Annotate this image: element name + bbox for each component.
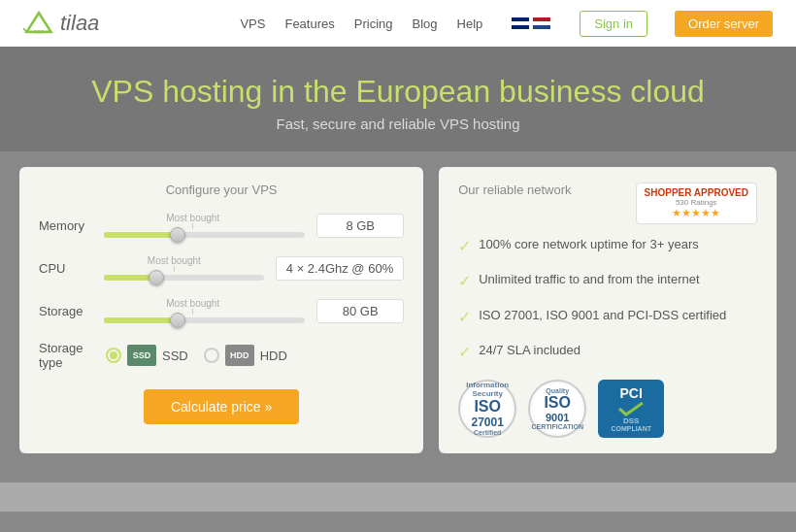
feature-uptime-text: 100% core network uptime for 3+ years	[479, 236, 699, 253]
storage-most-bought: Most bought	[164, 298, 221, 315]
feature-uptime: ✓ 100% core network uptime for 3+ years	[458, 236, 757, 257]
cpu-slider-thumb[interactable]	[149, 270, 164, 285]
memory-slider-wrap: Most bought	[104, 213, 305, 238]
ssd-radio[interactable]	[106, 348, 121, 363]
feature-sla-text: 24/7 SLA included	[479, 342, 580, 359]
iso27001-cert: Information Security ISO 27001 Certified	[458, 380, 516, 438]
storage-row: Storage Most bought 80 GB	[39, 298, 404, 323]
config-panel-title: Configure your VPS	[39, 183, 404, 197]
memory-value: 8 GB	[316, 214, 404, 238]
feature-traffic: ✓ Unlimited traffic to and from the inte…	[458, 271, 757, 292]
network-panel: Our reliable network SHOPPER APPROVED 53…	[439, 167, 777, 453]
wave-bottom	[0, 482, 796, 512]
memory-slider-thumb[interactable]	[170, 227, 185, 243]
hdd-option[interactable]: HDD HDD	[204, 345, 287, 366]
ssd-option[interactable]: SSD SSD	[106, 345, 188, 366]
nav-vps[interactable]: VPS	[240, 17, 265, 31]
nav-help[interactable]: Help	[457, 17, 483, 31]
iso9001-cert: Quality ISO 9001 CERTIFICATION	[528, 380, 586, 438]
nav-features[interactable]: Features	[284, 17, 334, 31]
cpu-slider-track[interactable]	[104, 275, 264, 281]
language-flags[interactable]	[512, 17, 550, 29]
check-icon-4: ✓	[458, 342, 471, 363]
hdd-icon: HDD	[225, 345, 254, 366]
main-content: Configure your VPS Memory Most bought 8 …	[0, 151, 796, 482]
cpu-slider-wrap: Most bought	[104, 255, 264, 281]
flag-nl-icon[interactable]	[533, 17, 550, 29]
storage-slider-track[interactable]	[104, 317, 305, 323]
feature-sla: ✓ 24/7 SLA included	[458, 342, 757, 363]
shopper-approved-badge: SHOPPER APPROVED 530 Ratings ★★★★★	[636, 183, 757, 224]
hero-section: VPS hosting in the European business clo…	[0, 47, 796, 151]
memory-label: Memory	[39, 218, 92, 233]
logo-text: tilaa	[60, 11, 99, 36]
ssd-label: SSD	[162, 349, 188, 363]
pci-checkmark-icon	[616, 401, 646, 416]
storage-label: Storage	[39, 304, 92, 318]
pci-dss-cert: PCI DSS COMPLIANT	[598, 380, 664, 438]
cpu-value: 4 × 2.4Ghz @ 60%	[276, 256, 404, 281]
calculate-price-button[interactable]: Calculate price »	[144, 389, 299, 424]
hero-headline: VPS hosting in the European business clo…	[19, 74, 777, 110]
logo[interactable]: tilaa	[23, 8, 240, 39]
memory-slider-fill	[104, 232, 175, 238]
feature-iso-text: ISO 27001, ISO 9001 and PCI-DSS certifie…	[479, 307, 726, 324]
feature-iso: ✓ ISO 27001, ISO 9001 and PCI-DSS certif…	[458, 307, 757, 328]
cpu-slider-fill	[104, 275, 151, 281]
storage-slider-wrap: Most bought	[104, 298, 305, 323]
cpu-label: CPU	[39, 261, 92, 276]
cpu-row: CPU Most bought 4 × 2.4Ghz @ 60%	[39, 255, 404, 281]
ssd-icon: SSD	[127, 345, 156, 366]
nav-links: VPS Features Pricing Blog Help Sign in O…	[240, 11, 773, 37]
check-icon-2: ✓	[458, 271, 471, 292]
iso27-number: ISO	[474, 398, 501, 416]
feature-traffic-text: Unlimited traffic to and from the intern…	[479, 271, 699, 288]
storage-type-label: Storage	[39, 341, 92, 355]
check-icon-1: ✓	[458, 236, 471, 257]
hdd-radio[interactable]	[204, 348, 219, 363]
storage-slider-thumb[interactable]	[170, 313, 185, 328]
cert-logos: Information Security ISO 27001 Certified…	[458, 380, 757, 438]
order-server-button[interactable]: Order server	[675, 11, 773, 37]
signin-button[interactable]: Sign in	[580, 11, 647, 37]
nav-pricing[interactable]: Pricing	[354, 17, 393, 31]
memory-most-bought: Most bought	[164, 213, 221, 229]
hdd-label: HDD	[260, 349, 287, 363]
badge-approved-text: SHOPPER APPROVED	[645, 187, 748, 198]
hero-subline: Fast, secure and reliable VPS hosting	[19, 116, 777, 132]
network-panel-title: Our reliable network	[458, 183, 571, 197]
storage-options: SSD SSD HDD HDD	[106, 345, 287, 366]
logo-icon	[23, 8, 54, 39]
memory-row: Memory Most bought 8 GB	[39, 213, 404, 238]
badge-stars: ★★★★★	[645, 207, 748, 219]
navbar: tilaa VPS Features Pricing Blog Help Sig…	[0, 0, 796, 47]
check-icon-3: ✓	[458, 307, 471, 328]
storage-value: 80 GB	[316, 299, 404, 323]
storage-type-label2: type	[39, 355, 92, 370]
flag-gb-icon[interactable]	[512, 17, 529, 29]
nav-blog[interactable]: Blog	[413, 17, 438, 31]
svg-line-2	[23, 28, 27, 32]
storage-type-row: Storage type SSD SSD HDD HDD	[39, 341, 404, 370]
storage-slider-fill	[104, 317, 175, 323]
badge-ratings-text: 530 Ratings	[645, 198, 748, 207]
memory-slider-track[interactable]	[104, 232, 305, 238]
feature-list: ✓ 100% core network uptime for 3+ years …	[458, 236, 757, 364]
config-panel: Configure your VPS Memory Most bought 8 …	[19, 167, 423, 453]
svg-marker-0	[27, 13, 51, 32]
